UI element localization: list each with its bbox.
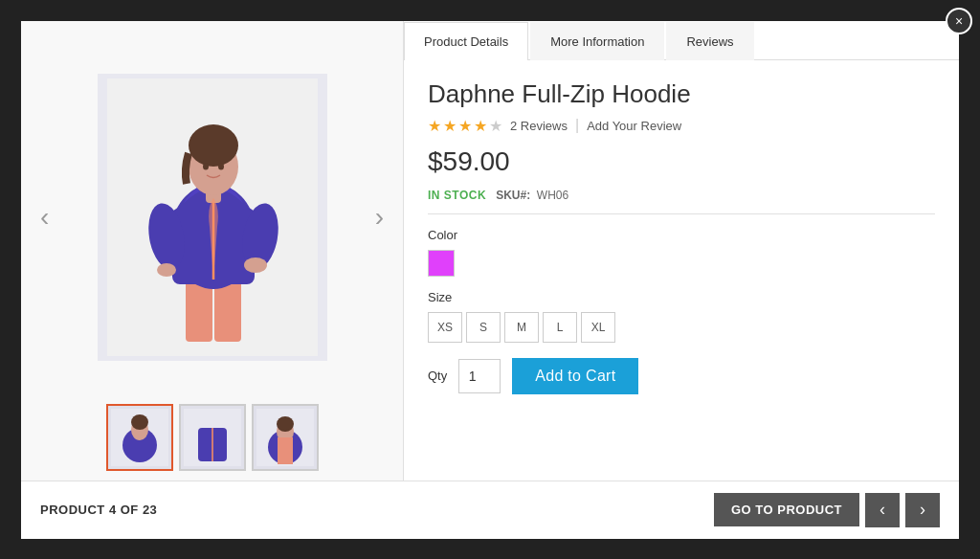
svg-point-25 <box>277 416 294 432</box>
star-1: ★ <box>428 117 441 135</box>
add-review-link[interactable]: Add Your Review <box>587 119 681 133</box>
qty-label: Qty <box>428 369 447 383</box>
product-info: Daphne Full-Zip Hoodie ★ ★ ★ ★ ★ 2 Revie… <box>404 60 959 414</box>
review-separator: | <box>575 117 579 134</box>
rating-row: ★ ★ ★ ★ ★ 2 Reviews | Add Your Review <box>428 117 935 135</box>
tab-more-information[interactable]: More Information <box>530 22 664 60</box>
tab-product-details[interactable]: Product Details <box>404 22 528 60</box>
stock-status: IN STOCK <box>428 189 486 202</box>
size-label: Size <box>428 290 935 304</box>
tabs-container: Product Details More Information Reviews <box>404 21 959 60</box>
product-illustration <box>107 78 318 356</box>
modal-footer: PRODUCT 4 OF 23 GO TO PRODUCT ‹ › <box>21 481 959 539</box>
product-details-section: Product Details More Information Reviews… <box>404 21 959 481</box>
svg-point-13 <box>203 163 209 169</box>
thumbnail-1[interactable] <box>106 404 173 471</box>
qty-input[interactable] <box>458 359 501 393</box>
size-m[interactable]: M <box>504 312 539 343</box>
sku-label: SKU#: <box>496 189 530 202</box>
color-section: Color <box>428 228 935 277</box>
add-to-cart-button[interactable]: Add to Cart <box>512 358 638 394</box>
size-l[interactable]: L <box>543 312 577 343</box>
svg-point-12 <box>189 124 238 167</box>
star-3: ★ <box>458 117 472 135</box>
main-image-container: ‹ <box>31 40 393 394</box>
product-image-section: ‹ <box>21 21 404 481</box>
prev-image-button[interactable]: ‹ <box>35 197 54 237</box>
footer-next-button[interactable]: › <box>905 493 940 527</box>
footer-nav: GO TO PRODUCT ‹ › <box>714 493 940 527</box>
svg-point-8 <box>157 263 176 277</box>
qty-cart-row: Qty Add to Cart <box>428 358 935 394</box>
go-to-product-button[interactable]: GO TO PRODUCT <box>714 493 859 526</box>
modal-overlay: × ‹ <box>0 0 980 559</box>
size-s[interactable]: S <box>466 312 501 343</box>
sku-value: WH06 <box>537 189 568 202</box>
thumb-image-1 <box>111 409 168 466</box>
main-product-image <box>98 74 327 361</box>
size-buttons: XS S M L XL <box>428 312 935 343</box>
thumb-image-3 <box>256 409 314 466</box>
star-4: ★ <box>474 117 487 135</box>
thumbnail-3[interactable] <box>252 404 319 471</box>
thumbnail-row <box>106 404 319 471</box>
star-5: ★ <box>489 117 502 135</box>
product-count: PRODUCT 4 OF 23 <box>40 503 157 517</box>
footer-prev-button[interactable]: ‹ <box>865 493 900 527</box>
close-button[interactable]: × <box>946 8 972 34</box>
product-price: $59.00 <box>428 146 935 177</box>
color-swatch[interactable] <box>428 250 455 277</box>
tab-reviews[interactable]: Reviews <box>666 22 753 60</box>
star-2: ★ <box>443 117 457 135</box>
stock-row: IN STOCK SKU#: WH06 <box>428 189 935 214</box>
next-image-button[interactable]: › <box>370 197 389 237</box>
star-rating: ★ ★ ★ ★ ★ <box>428 117 502 135</box>
modal: × ‹ <box>21 21 959 539</box>
thumbnail-2[interactable] <box>179 404 246 471</box>
svg-point-14 <box>218 163 224 169</box>
thumb-image-2 <box>184 409 241 466</box>
sku: SKU#: WH06 <box>496 189 568 202</box>
modal-body: ‹ <box>21 21 959 481</box>
size-xs[interactable]: XS <box>428 312 462 343</box>
review-count: 2 Reviews <box>510 119 568 133</box>
svg-point-18 <box>131 414 148 430</box>
svg-rect-26 <box>278 437 293 464</box>
color-label: Color <box>428 228 935 242</box>
size-section: Size XS S M L XL <box>428 290 935 343</box>
svg-point-9 <box>244 257 267 273</box>
product-title: Daphne Full-Zip Hoodie <box>428 79 935 109</box>
size-xl[interactable]: XL <box>581 312 615 343</box>
